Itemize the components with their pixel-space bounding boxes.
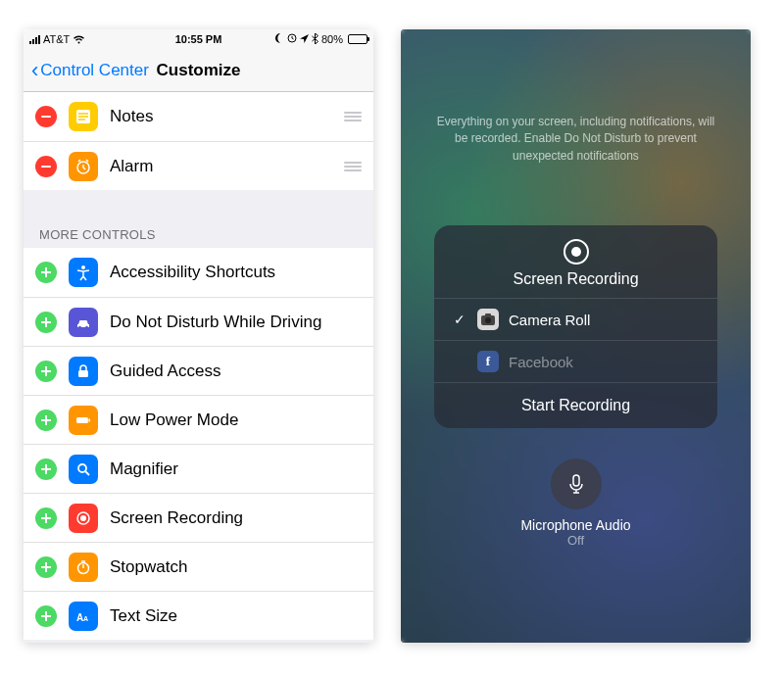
svg-rect-17 [485, 313, 491, 316]
more-row-text-size[interactable]: AA Text Size [24, 591, 373, 640]
svg-rect-8 [89, 418, 91, 421]
alarm-icon [69, 152, 98, 181]
mic-state: Off [401, 533, 751, 548]
included-row-notes[interactable]: Notes [24, 92, 373, 141]
row-label: Magnifier [110, 459, 178, 479]
svg-point-4 [78, 325, 81, 328]
microphone-toggle[interactable] [551, 458, 602, 509]
row-label: Accessibility Shortcuts [110, 263, 275, 282]
microphone-label: Microphone Audio Off [401, 517, 751, 548]
back-button[interactable]: ‹ Control Center [31, 60, 149, 81]
reorder-handle-icon[interactable] [344, 162, 362, 171]
statusbar: AT&T 10:55 PM 80% [24, 29, 373, 49]
row-label: Alarm [110, 157, 153, 176]
add-button[interactable] [35, 605, 57, 627]
moon-icon [274, 33, 284, 45]
orientation-lock-icon [287, 33, 297, 45]
battery-icon [346, 34, 368, 44]
microphone-icon [565, 473, 587, 495]
svg-point-3 [81, 265, 85, 269]
remove-button[interactable] [35, 156, 57, 177]
more-row-dnd-driving[interactable]: Do Not Disturb While Driving [24, 297, 373, 346]
stopwatch-icon [69, 553, 98, 582]
row-label: Screen Recording [110, 508, 243, 528]
chevron-left-icon: ‹ [31, 60, 38, 81]
checkmark-icon: ✓ [452, 312, 467, 327]
location-icon [300, 33, 309, 45]
controls-list: Notes Alarm MORE CONTROLS Accessibility … [24, 92, 373, 643]
svg-point-9 [78, 464, 86, 472]
add-button[interactable] [35, 507, 57, 529]
screen-recording-sheet-screen: Everything on your screen, including not… [401, 29, 751, 643]
bluetooth-icon [312, 33, 318, 46]
mic-title: Microphone Audio [401, 517, 751, 533]
svg-point-16 [485, 317, 491, 323]
car-icon [69, 308, 98, 337]
notes-icon [69, 102, 98, 131]
reorder-handle-icon[interactable] [344, 112, 362, 121]
add-button[interactable] [35, 361, 57, 382]
camera-roll-icon [477, 309, 499, 330]
destination-facebook[interactable]: f Facebook [434, 340, 717, 382]
add-button[interactable] [35, 262, 57, 283]
carrier-label: AT&T [43, 33, 70, 45]
facebook-icon: f [477, 351, 499, 372]
more-row-screen-recording[interactable]: Screen Recording [24, 493, 373, 542]
text-size-icon: AA [69, 602, 98, 631]
more-row-low-power[interactable]: Low Power Mode [24, 395, 373, 444]
add-button[interactable] [35, 458, 57, 480]
row-label: Text Size [110, 606, 177, 626]
svg-point-11 [80, 515, 86, 521]
add-button[interactable] [35, 556, 57, 578]
lock-icon [69, 357, 98, 386]
magnifier-icon [69, 455, 98, 484]
row-label: Low Power Mode [110, 410, 238, 430]
destination-camera-roll[interactable]: ✓ Camera Roll [434, 298, 717, 340]
add-button[interactable] [35, 410, 57, 431]
battery-icon [69, 406, 98, 435]
option-label: Facebook [509, 354, 573, 370]
sheet-title: Screen Recording [434, 270, 717, 298]
add-button[interactable] [35, 312, 57, 333]
more-row-stopwatch[interactable]: Stopwatch [24, 542, 373, 591]
record-icon [69, 504, 98, 533]
record-icon [564, 239, 589, 265]
more-row-magnifier[interactable]: Magnifier [24, 444, 373, 493]
settings-screen: AT&T 10:55 PM 80% ‹ Control Center Custo… [24, 29, 373, 643]
battery-pct: 80% [321, 33, 343, 45]
section-header-more: MORE CONTROLS [24, 219, 373, 248]
svg-point-5 [85, 325, 88, 328]
remove-button[interactable] [35, 106, 57, 127]
recording-hint: Everything on your screen, including not… [430, 114, 721, 165]
option-label: Camera Roll [509, 312, 590, 328]
svg-text:A: A [83, 615, 88, 622]
svg-rect-6 [78, 370, 88, 377]
start-recording-button[interactable]: Start Recording [434, 382, 717, 428]
row-label: Notes [110, 107, 153, 126]
svg-rect-18 [573, 475, 579, 486]
svg-rect-7 [76, 417, 88, 423]
row-label: Stopwatch [110, 557, 187, 577]
row-label: Guided Access [110, 362, 220, 381]
row-label: Do Not Disturb While Driving [110, 313, 321, 332]
back-label: Control Center [40, 61, 149, 80]
navbar: ‹ Control Center Customize [24, 49, 373, 92]
recording-sheet: Screen Recording ✓ Camera Roll f Faceboo… [434, 225, 717, 428]
more-row-accessibility[interactable]: Accessibility Shortcuts [24, 248, 373, 297]
more-row-guided-access[interactable]: Guided Access [24, 346, 373, 395]
wifi-icon [73, 34, 85, 44]
included-row-alarm[interactable]: Alarm [24, 141, 373, 190]
signal-icon [29, 35, 40, 44]
accessibility-icon [69, 258, 98, 287]
